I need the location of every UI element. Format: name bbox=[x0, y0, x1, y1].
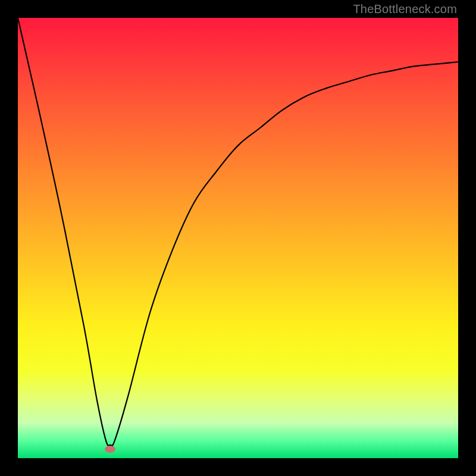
bottleneck-curve bbox=[18, 18, 458, 458]
plot-area bbox=[18, 18, 458, 458]
watermark-text: TheBottleneck.com bbox=[353, 2, 457, 16]
chart-frame: TheBottleneck.com bbox=[0, 0, 476, 476]
